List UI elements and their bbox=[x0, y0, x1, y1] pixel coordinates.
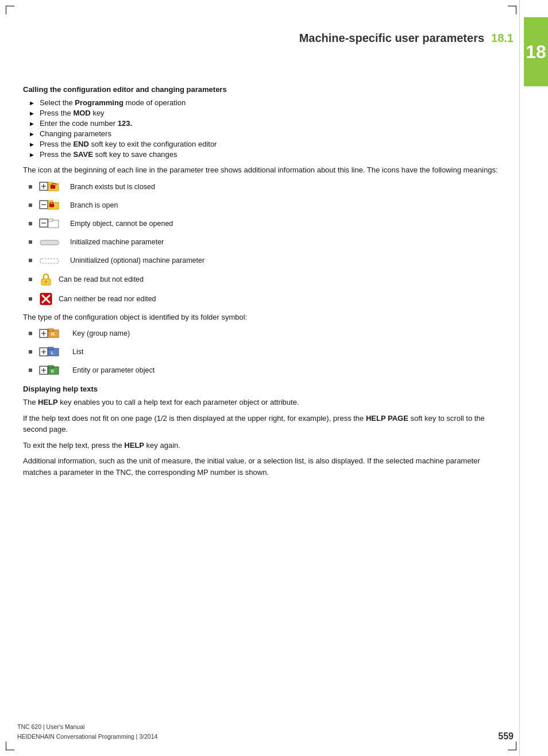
arrow-icon-6: ► bbox=[29, 151, 35, 158]
right-sidebar: 18 bbox=[519, 0, 548, 756]
bullet-item-6: ► Press the SAVE soft key to save change… bbox=[23, 150, 508, 159]
icon-item-branch-open: Branch is open bbox=[23, 199, 508, 212]
section2-para4: Additional information, such as the unit… bbox=[23, 455, 508, 478]
bold-end: END bbox=[73, 140, 88, 148]
folder-icon-list: K Key (group name) bbox=[23, 327, 508, 377]
bullet-item-1: ► Select the Programming mode of operati… bbox=[23, 98, 508, 107]
icon-item-list-folder: L List bbox=[23, 346, 508, 358]
corner-bottom-right bbox=[508, 742, 516, 750]
bullet-item-3: ► Enter the code number 123. bbox=[23, 119, 508, 128]
page-header: Machine-specific user parameters18.1 bbox=[17, 17, 514, 56]
bold-help-page: HELP PAGE bbox=[366, 414, 408, 423]
uninit-param-icon bbox=[39, 254, 64, 267]
empty-object-icon bbox=[39, 217, 64, 230]
chapter-tab: 18 bbox=[524, 17, 548, 86]
bold-programming: Programming bbox=[75, 98, 124, 107]
entity-folder-label: Entity or parameter object bbox=[72, 366, 155, 374]
icon-item-read-only: Can be read but not edited bbox=[23, 273, 508, 286]
branch-closed-label: Branch exists but is closed bbox=[70, 183, 155, 191]
icon-bullet-7 bbox=[29, 297, 32, 301]
chapter-title-text: Machine-specific user parameters bbox=[299, 32, 484, 44]
icon-bullet-key bbox=[29, 332, 32, 335]
svg-text:E: E bbox=[51, 369, 55, 374]
section2-para1: The HELP key enables you to call a help … bbox=[23, 397, 508, 408]
icon-bullet-2 bbox=[29, 204, 32, 207]
arrow-icon-1: ► bbox=[29, 99, 35, 106]
icon-bullet-3 bbox=[29, 222, 32, 225]
no-access-label: Can neither be read nor edited bbox=[59, 295, 156, 303]
svg-rect-38 bbox=[48, 366, 53, 368]
bold-help-2: HELP bbox=[124, 441, 144, 450]
icon-item-uninit-param: Uninitialized (optional) machine paramet… bbox=[23, 254, 508, 267]
read-only-icon bbox=[39, 273, 53, 286]
icon-item-branch-closed: Branch exists but is closed bbox=[23, 181, 508, 193]
entity-folder-icon: E bbox=[39, 364, 67, 377]
svg-rect-14 bbox=[48, 219, 53, 221]
arrow-icon-3: ► bbox=[29, 120, 35, 127]
section-number: 18.1 bbox=[491, 32, 514, 44]
icon-bullet-1 bbox=[29, 185, 32, 189]
init-param-label: Initialized machine parameter bbox=[70, 238, 164, 246]
key-folder-label: Key (group name) bbox=[72, 329, 130, 337]
no-access-icon bbox=[39, 292, 53, 306]
section2-heading: Displaying help texts bbox=[23, 385, 508, 393]
footer: TNC 620 | User's Manual HEIDENHAIN Conve… bbox=[17, 722, 514, 742]
bullet-text-4: Changing parameters bbox=[40, 129, 111, 138]
page-number: 559 bbox=[498, 731, 514, 742]
bullet-item-5: ► Press the END soft key to exit the con… bbox=[23, 140, 508, 148]
empty-object-label: Empty object, cannot be opened bbox=[70, 220, 173, 228]
bold-save: SAVE bbox=[73, 150, 92, 159]
key-folder-icon: K bbox=[39, 327, 67, 340]
bullet-list: ► Select the Programming mode of operati… bbox=[23, 98, 508, 159]
list-folder-label: List bbox=[72, 348, 83, 356]
svg-point-18 bbox=[45, 281, 47, 283]
svg-rect-5 bbox=[51, 185, 55, 189]
footer-line1: TNC 620 | User's Manual bbox=[17, 722, 157, 732]
bold-help-1: HELP bbox=[38, 398, 58, 406]
icon-meanings-list: Branch exists but is closed bbox=[23, 181, 508, 306]
uninit-param-label: Uninitialized (optional) machine paramet… bbox=[70, 256, 204, 264]
bullet-item-4: ► Changing parameters bbox=[23, 129, 508, 138]
main-content: Machine-specific user parameters18.1 Cal… bbox=[17, 0, 514, 528]
page-container: 18 Machine-specific user parameters18.1 … bbox=[0, 0, 548, 756]
list-folder-icon: L bbox=[39, 346, 67, 358]
svg-text:L: L bbox=[51, 350, 54, 355]
chapter-number: 18 bbox=[526, 41, 546, 63]
svg-rect-32 bbox=[48, 347, 53, 350]
icon-bullet-5 bbox=[29, 259, 32, 262]
branch-open-label: Branch is open bbox=[70, 201, 118, 209]
icon-bullet-entity bbox=[29, 369, 32, 372]
svg-rect-16 bbox=[40, 259, 59, 263]
section1-heading: Calling the configuration editor and cha… bbox=[23, 85, 508, 94]
corner-top-left bbox=[6, 6, 14, 14]
branch-open-icon bbox=[39, 199, 64, 212]
section2-para2: If the help text does not fit on one pag… bbox=[23, 413, 508, 435]
arrow-icon-2: ► bbox=[29, 110, 35, 117]
bold-mod: MOD bbox=[73, 109, 90, 117]
icon-bullet-4 bbox=[29, 240, 32, 244]
icon-bullet-list bbox=[29, 350, 32, 354]
footer-line2: HEIDENHAIN Conversational Programming | … bbox=[17, 732, 157, 742]
svg-rect-10 bbox=[49, 204, 54, 207]
body-content: Calling the configuration editor and cha… bbox=[17, 85, 514, 478]
icon-item-no-access: Can neither be read nor edited bbox=[23, 292, 508, 306]
section2-para3: To exit the help text, press the HELP ke… bbox=[23, 440, 508, 451]
icon-item-init-param: Initialized machine parameter bbox=[23, 236, 508, 248]
init-param-icon bbox=[39, 236, 64, 248]
para-icons-intro: The icon at the beginning of each line i… bbox=[23, 164, 508, 176]
arrow-icon-4: ► bbox=[29, 131, 35, 137]
corner-bottom-left bbox=[6, 742, 14, 750]
para-folder-intro: The type of the configuration object is … bbox=[23, 312, 508, 323]
footer-left: TNC 620 | User's Manual HEIDENHAIN Conve… bbox=[17, 722, 157, 742]
arrow-icon-5: ► bbox=[29, 141, 35, 148]
svg-rect-15 bbox=[40, 240, 59, 245]
bold-123: 123. bbox=[118, 119, 132, 128]
icon-bullet-6 bbox=[29, 278, 32, 281]
bullet-item-2: ► Press the MOD key bbox=[23, 109, 508, 117]
icon-item-key-folder: K Key (group name) bbox=[23, 327, 508, 340]
chapter-title: Machine-specific user parameters18.1 bbox=[299, 32, 514, 45]
svg-text:K: K bbox=[51, 331, 55, 337]
icon-item-empty: Empty object, cannot be opened bbox=[23, 217, 508, 230]
icon-item-entity-folder: E Entity or parameter object bbox=[23, 364, 508, 377]
sidebar-line bbox=[519, 0, 520, 756]
